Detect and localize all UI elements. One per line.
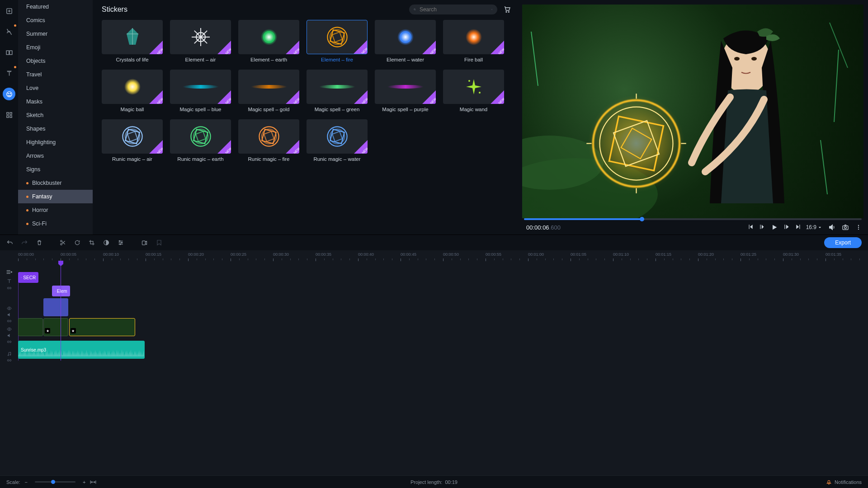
step-back-button[interactable] bbox=[759, 224, 765, 230]
marker-button[interactable] bbox=[156, 239, 162, 246]
sticker-item[interactable]: Magic ball bbox=[102, 70, 163, 112]
sticker-item[interactable]: Magic spell – purple bbox=[375, 70, 436, 112]
volume-icon[interactable] bbox=[828, 224, 835, 231]
track-header[interactable] bbox=[0, 324, 18, 346]
chevron-down-icon bbox=[818, 225, 822, 230]
step-fwd-button[interactable] bbox=[783, 224, 790, 230]
notifications-button[interactable]: Notifications bbox=[826, 479, 862, 485]
more-icon[interactable] bbox=[3, 108, 15, 121]
filters-icon[interactable] bbox=[3, 25, 15, 38]
video-clip[interactable]: ★ bbox=[43, 318, 68, 336]
scale-slider[interactable] bbox=[35, 481, 75, 483]
media-icon[interactable] bbox=[3, 5, 15, 17]
category-item[interactable]: Masks bbox=[18, 95, 93, 108]
timeline-track[interactable] bbox=[18, 261, 868, 270]
category-item[interactable]: Fantasy bbox=[18, 190, 93, 203]
timeline-track[interactable]: Elem bbox=[18, 284, 868, 297]
audio-clip[interactable]: Sunrise.mp3 bbox=[18, 341, 145, 359]
undo-button[interactable] bbox=[6, 239, 13, 246]
category-item[interactable]: Sketch bbox=[18, 108, 93, 122]
zoom-in-button[interactable]: + bbox=[83, 479, 85, 485]
redo-button[interactable] bbox=[21, 239, 28, 246]
category-item[interactable]: Arrows bbox=[18, 149, 93, 163]
add-track-button[interactable] bbox=[5, 268, 13, 276]
sticker-label: Runic magic – fire bbox=[238, 156, 299, 162]
sticker-item[interactable]: Runic magic – fire bbox=[238, 119, 299, 162]
prev-clip-button[interactable] bbox=[747, 224, 754, 230]
rotate-button[interactable] bbox=[74, 239, 80, 246]
timeline-track[interactable]: ★★ bbox=[18, 317, 868, 339]
category-item[interactable]: Horror bbox=[18, 203, 93, 217]
track-header[interactable] bbox=[0, 277, 18, 291]
ruler-mark: 00:00:00 bbox=[18, 252, 34, 257]
crop-button[interactable] bbox=[89, 239, 95, 246]
split-button[interactable] bbox=[60, 239, 66, 246]
category-item[interactable]: Blockbuster bbox=[18, 176, 93, 190]
transitions-icon[interactable] bbox=[3, 46, 15, 59]
record-vo-button[interactable] bbox=[141, 239, 148, 246]
sticker-label: Runic magic – water bbox=[307, 156, 368, 162]
preview-scrubber[interactable] bbox=[524, 218, 862, 220]
clip-properties-button[interactable] bbox=[118, 239, 124, 246]
titles-icon[interactable] bbox=[3, 67, 15, 80]
zoom-fit-button[interactable] bbox=[90, 480, 96, 484]
svg-rect-4 bbox=[9, 51, 12, 55]
video-clip[interactable]: ★ bbox=[69, 318, 136, 336]
track-header[interactable] bbox=[0, 291, 18, 305]
sticker-item[interactable]: Element – air bbox=[170, 20, 231, 62]
svg-point-29 bbox=[327, 27, 347, 47]
clear-icon[interactable] bbox=[491, 7, 493, 12]
delete-button[interactable] bbox=[36, 239, 42, 246]
category-item[interactable]: Featured bbox=[18, 0, 93, 14]
next-clip-button[interactable] bbox=[795, 224, 802, 230]
sticker-item[interactable]: Runic magic – air bbox=[102, 119, 163, 162]
sticker-item[interactable]: Fire ball bbox=[443, 20, 504, 62]
sticker-item[interactable]: Runic magic – water bbox=[307, 119, 368, 162]
category-item[interactable]: Comics bbox=[18, 14, 93, 27]
category-label: Shapes bbox=[26, 126, 45, 132]
play-button[interactable] bbox=[771, 224, 778, 231]
text-clip[interactable]: SECR bbox=[18, 272, 38, 283]
snapshot-icon[interactable] bbox=[842, 224, 849, 231]
sticker-item[interactable]: Magic spell – blue bbox=[170, 70, 231, 112]
category-item[interactable]: Emoji bbox=[18, 41, 93, 54]
tool-rail bbox=[0, 0, 18, 235]
category-label: Masks bbox=[26, 99, 42, 105]
cart-icon[interactable] bbox=[504, 6, 511, 13]
category-item[interactable]: Travel bbox=[18, 68, 93, 81]
video-clip[interactable] bbox=[18, 318, 43, 336]
timeline-ruler[interactable]: 00:00:0000:00:0500:00:1000:00:1500:00:20… bbox=[18, 250, 868, 261]
category-item[interactable]: Summer bbox=[18, 27, 93, 41]
category-item[interactable]: Signs bbox=[18, 163, 93, 176]
color-adjust-button[interactable] bbox=[103, 239, 109, 246]
category-item[interactable]: Shapes bbox=[18, 122, 93, 136]
sticker-item[interactable]: Magic spell – green bbox=[307, 70, 368, 112]
sticker-item[interactable]: Element – fire bbox=[307, 20, 368, 62]
timeline-track[interactable] bbox=[18, 297, 868, 317]
preview-canvas[interactable] bbox=[522, 5, 863, 218]
sticker-item[interactable]: Element – water bbox=[375, 20, 436, 62]
overlay-clip[interactable] bbox=[43, 298, 68, 316]
timeline-track[interactable]: SECR bbox=[18, 270, 868, 284]
category-item[interactable]: Objects bbox=[18, 54, 93, 68]
category-item[interactable]: Love bbox=[18, 81, 93, 95]
zoom-out-button[interactable]: − bbox=[25, 479, 28, 485]
sticker-item[interactable]: Magic spell – gold bbox=[238, 70, 299, 112]
sticker-item[interactable]: Crystals of life bbox=[102, 20, 163, 62]
sticker-item[interactable]: Runic magic – earth bbox=[170, 119, 231, 162]
track-header[interactable] bbox=[0, 305, 18, 324]
svg-point-43 bbox=[123, 127, 142, 146]
sticker-label: Element – earth bbox=[238, 57, 299, 62]
export-button[interactable]: Export bbox=[824, 237, 862, 248]
timeline-track[interactable]: Sunrise.mp3 bbox=[18, 339, 868, 361]
more-icon[interactable] bbox=[855, 224, 862, 230]
search-box[interactable] bbox=[409, 5, 497, 14]
track-header[interactable] bbox=[0, 346, 18, 368]
search-input[interactable] bbox=[420, 6, 487, 13]
stickers-icon[interactable] bbox=[3, 88, 15, 100]
category-item[interactable]: Highlighting bbox=[18, 136, 93, 149]
category-item[interactable]: Sci-Fi bbox=[18, 217, 93, 230]
aspect-ratio-select[interactable]: 16:9 bbox=[806, 224, 822, 230]
sticker-item[interactable]: Element – earth bbox=[238, 20, 299, 62]
sticker-item[interactable]: Magic wand bbox=[443, 70, 504, 112]
